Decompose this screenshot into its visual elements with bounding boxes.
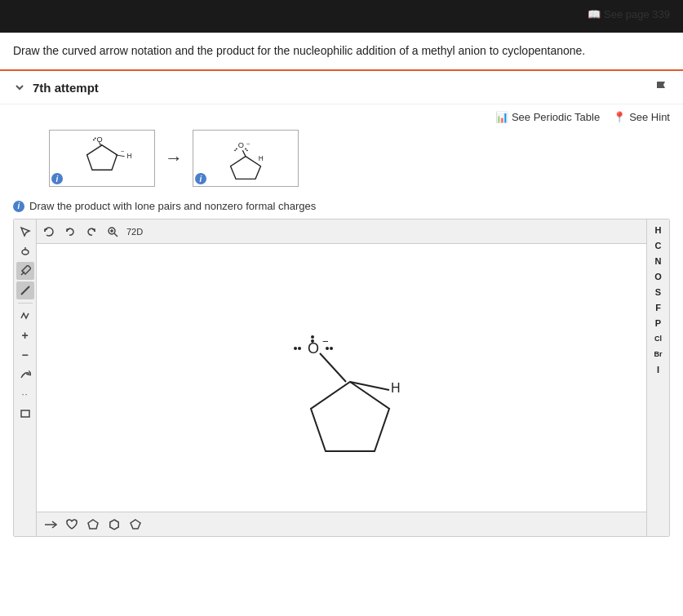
- drawing-top-toolbar: 72D: [37, 219, 646, 244]
- svg-text:H: H: [259, 154, 264, 162]
- redo-btn[interactable]: [82, 223, 100, 241]
- attempt-label: 7th attempt: [33, 81, 99, 95]
- svg-text:−: −: [121, 148, 124, 155]
- bond-tool-btn[interactable]: [16, 281, 34, 299]
- erase-tool-btn[interactable]: [16, 262, 34, 280]
- arrow-shape-btn[interactable]: [42, 516, 60, 534]
- element-S-btn[interactable]: S: [649, 285, 668, 299]
- element-O-btn[interactable]: O: [649, 269, 668, 284]
- reset-btn[interactable]: [40, 223, 58, 241]
- product-box: O − H i: [193, 130, 299, 187]
- product-info-badge: i: [195, 173, 206, 184]
- instruction-text: Draw the product with lone pairs and non…: [29, 200, 316, 212]
- svg-point-11: [236, 148, 237, 150]
- svg-point-4: [95, 138, 96, 140]
- drawing-area: + − ·· 72D: [13, 219, 670, 537]
- svg-point-31: [311, 335, 314, 339]
- reaction-container: O H − i → O −: [0, 130, 683, 197]
- attempt-left: 7th attempt: [13, 81, 99, 95]
- reactant-info-badge: i: [51, 173, 63, 184]
- svg-text:O: O: [238, 141, 244, 149]
- svg-point-29: [326, 347, 329, 350]
- svg-marker-37: [88, 520, 98, 529]
- element-Cl-btn[interactable]: Cl: [649, 331, 668, 346]
- svg-line-18: [21, 286, 29, 295]
- chain-tool-btn[interactable]: [16, 307, 34, 325]
- hint-icon: 📍: [613, 111, 626, 123]
- left-toolbar: + − ··: [14, 219, 37, 536]
- svg-point-13: [245, 148, 246, 150]
- periodic-table-link[interactable]: 📊 See Periodic Table: [495, 111, 600, 123]
- svg-text:H: H: [126, 152, 131, 160]
- hint-link[interactable]: 📍 See Hint: [613, 111, 670, 123]
- select-tool-btn[interactable]: [16, 223, 34, 241]
- svg-text:H: H: [391, 381, 401, 395]
- molecule-drawing-svg: O − H: [187, 255, 497, 500]
- svg-point-3: [93, 139, 95, 140]
- drawing-bottom-toolbar: [37, 512, 646, 536]
- minus-tool-btn[interactable]: −: [16, 346, 34, 364]
- reaction-arrow: →: [162, 148, 186, 169]
- element-F-btn[interactable]: F: [649, 300, 668, 315]
- svg-point-17: [22, 250, 29, 255]
- product-molecule-svg: O − H: [201, 134, 290, 183]
- flag-icon[interactable]: [654, 79, 670, 95]
- instruction-info-icon: i: [13, 201, 24, 212]
- chevron-down-icon[interactable]: [13, 81, 26, 94]
- svg-marker-39: [131, 520, 140, 529]
- lasso-tool-btn[interactable]: [16, 242, 34, 260]
- reactant-molecule-svg: O H −: [57, 134, 147, 183]
- svg-point-12: [234, 149, 236, 151]
- svg-point-14: [246, 149, 248, 151]
- svg-marker-8: [231, 157, 261, 179]
- hexagon-shape-btn[interactable]: [105, 516, 123, 534]
- element-I-btn[interactable]: I: [649, 362, 668, 377]
- svg-marker-24: [311, 382, 389, 451]
- svg-point-32: [311, 339, 314, 343]
- svg-text:−: −: [246, 140, 250, 148]
- plus-tool-btn[interactable]: +: [16, 326, 34, 344]
- zoom-fit-btn[interactable]: [104, 223, 122, 241]
- hint-label: See Hint: [629, 111, 670, 123]
- svg-marker-0: [87, 145, 118, 170]
- element-Br-btn[interactable]: Br: [649, 347, 668, 361]
- zoom-label: 72D: [126, 227, 143, 237]
- right-toolbar: H C N O S F P Cl Br I: [646, 219, 669, 536]
- periodic-table-label: See Periodic Table: [512, 111, 600, 123]
- undo-btn[interactable]: [61, 223, 79, 241]
- lone-pair-btn[interactable]: ··: [16, 385, 34, 403]
- curved-arrow-btn[interactable]: [16, 366, 34, 383]
- svg-line-21: [114, 233, 118, 237]
- reactant-box: O H − i: [49, 130, 155, 187]
- element-C-btn[interactable]: C: [649, 238, 668, 253]
- svg-rect-19: [21, 410, 29, 417]
- canvas-area[interactable]: O − H: [37, 244, 646, 512]
- instruction-row: i Draw the product with lone pairs and n…: [0, 197, 683, 219]
- element-P-btn[interactable]: P: [649, 316, 668, 330]
- svg-point-30: [330, 347, 333, 350]
- see-page-link[interactable]: 📖 See page 339: [588, 8, 670, 20]
- svg-text:−: −: [322, 335, 329, 348]
- book-icon: 📖: [588, 8, 601, 20]
- header-bar: [0, 0, 683, 33]
- see-page-label: See page 339: [604, 8, 670, 20]
- svg-line-33: [320, 353, 346, 382]
- custom-shape-btn[interactable]: [126, 516, 144, 534]
- tools-row: 📊 See Periodic Table 📍 See Hint: [0, 104, 683, 130]
- element-N-btn[interactable]: N: [649, 254, 668, 268]
- svg-point-27: [298, 347, 301, 350]
- attempt-header: 7th attempt: [0, 71, 683, 104]
- svg-point-28: [294, 347, 297, 350]
- element-H-btn[interactable]: H: [649, 223, 668, 237]
- pentagon-shape-btn[interactable]: [84, 516, 102, 534]
- rectangle-btn[interactable]: [16, 405, 34, 423]
- svg-line-15: [242, 150, 246, 156]
- svg-text:O: O: [308, 340, 319, 357]
- heart-shape-btn[interactable]: [63, 516, 81, 534]
- question-text: Draw the curved arrow notation and the p…: [0, 33, 683, 71]
- periodic-table-icon: 📊: [495, 111, 508, 123]
- svg-marker-38: [110, 520, 118, 530]
